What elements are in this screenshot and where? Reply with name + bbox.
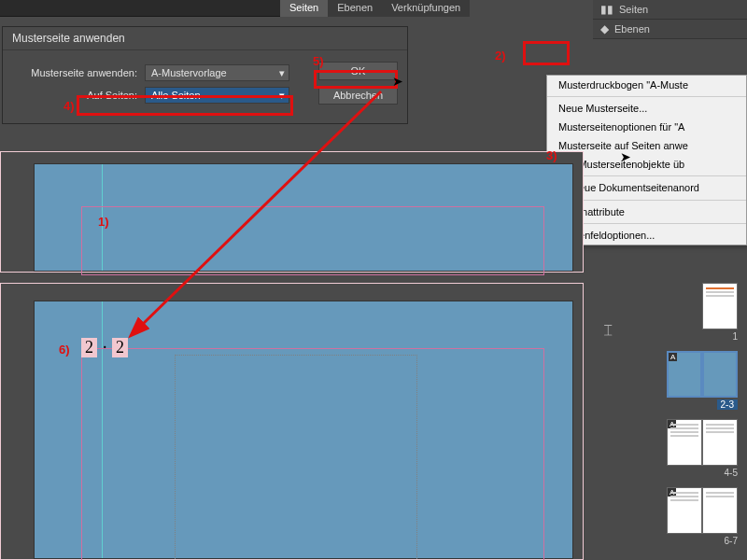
cursor-icon: ➤ bbox=[392, 74, 403, 89]
layers-icon: ◆ bbox=[600, 22, 609, 35]
tab-verknuepfungen[interactable]: Verknüpfungen bbox=[382, 0, 470, 17]
spread-label: 4-5 bbox=[725, 468, 738, 478]
page-thumb[interactable] bbox=[702, 419, 738, 466]
panel-header-ebenen[interactable]: ◆ Ebenen bbox=[593, 20, 747, 39]
redbox-4 bbox=[77, 95, 293, 116]
master-badge: A bbox=[669, 353, 677, 361]
redbox-5 bbox=[314, 70, 398, 89]
page-thumb[interactable]: A bbox=[667, 351, 702, 398]
menu-musterdruckbogen[interactable]: Musterdruckbogen "A-Muste bbox=[547, 76, 746, 94]
dropdown-musterseite[interactable]: A-Mustervorlage bbox=[145, 64, 289, 81]
page-number-right: 2 bbox=[112, 338, 128, 357]
page-thumb[interactable]: A bbox=[667, 419, 702, 466]
cursor-icon: ➤ bbox=[620, 149, 631, 164]
spread-label: 2-3 bbox=[717, 399, 738, 410]
spread-label: 1 bbox=[732, 331, 738, 342]
spread-1[interactable]: 1 bbox=[593, 275, 747, 343]
right-panel-group: ▮▮ Seiten ◆ Ebenen bbox=[593, 0, 747, 39]
menu-musterseitenoptionen[interactable]: Musterseitenoptionen für "A bbox=[547, 118, 746, 136]
panel-header-seiten[interactable]: ▮▮ Seiten bbox=[593, 0, 747, 20]
pages-icon: ▮▮ bbox=[600, 3, 613, 16]
annotation-1: 1) bbox=[98, 215, 109, 229]
annotation-6: 6) bbox=[59, 343, 70, 357]
ruler bbox=[0, 0, 280, 17]
page-number-left: 2 bbox=[81, 338, 97, 357]
page-thumb[interactable]: A bbox=[667, 487, 702, 534]
top-tabs: Seiten Ebenen Verknüpfungen bbox=[280, 0, 470, 17]
tab-seiten[interactable]: Seiten bbox=[280, 0, 328, 17]
annotation-4: 4) bbox=[63, 99, 75, 113]
margin-frame bbox=[81, 206, 544, 275]
panel-label: Seiten bbox=[619, 4, 648, 15]
text-cursor-icon: ⌶ bbox=[604, 322, 612, 337]
panel-label: Ebenen bbox=[614, 23, 650, 35]
column-guide bbox=[175, 355, 417, 560]
redbox-2 bbox=[523, 41, 570, 65]
canvas-after bbox=[0, 283, 584, 560]
spread-label: 6-7 bbox=[725, 536, 738, 546]
cancel-button[interactable]: Abbrechen bbox=[318, 86, 398, 105]
label-musterseite: Musterseite anwenden: bbox=[14, 67, 145, 78]
dialog-title: Musterseite anwenden bbox=[3, 27, 407, 50]
pages-panel: 1 A 2-3 A 4-5 A 6-7 bbox=[593, 275, 747, 560]
page-thumb[interactable] bbox=[702, 283, 738, 329]
menu-neue-musterseite[interactable]: Neue Musterseite... bbox=[547, 96, 746, 118]
page-thumb[interactable] bbox=[702, 487, 738, 534]
page-before[interactable] bbox=[34, 163, 573, 272]
annotation-5: 5) bbox=[313, 54, 324, 68]
spread-2[interactable]: A 2-3 bbox=[593, 343, 747, 412]
page-number-sep: · bbox=[99, 338, 111, 357]
spread-3[interactable]: A 4-5 bbox=[593, 412, 747, 480]
annotation-3: 3) bbox=[546, 148, 557, 162]
tab-ebenen[interactable]: Ebenen bbox=[328, 0, 382, 17]
annotation-2: 2) bbox=[495, 49, 506, 63]
page-thumb[interactable] bbox=[702, 351, 738, 398]
spread-4[interactable]: A 6-7 bbox=[593, 480, 747, 548]
canvas-before bbox=[0, 151, 584, 273]
